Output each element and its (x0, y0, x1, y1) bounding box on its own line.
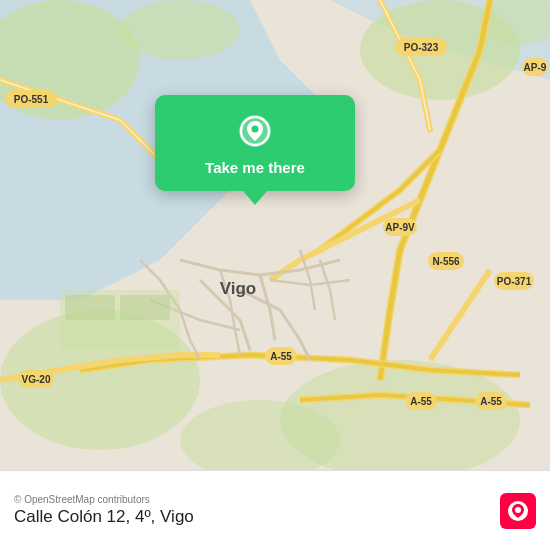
svg-rect-10 (65, 295, 115, 320)
moovit-icon (500, 493, 536, 529)
svg-point-35 (252, 126, 259, 133)
svg-rect-11 (120, 295, 170, 320)
svg-text:PO-371: PO-371 (497, 276, 532, 287)
svg-text:N-556: N-556 (432, 256, 460, 267)
location-pin-icon (237, 113, 273, 149)
map-svg: PO-551 PO-323 AP-9 AP-9V N-556 PO-371 A-… (0, 0, 550, 470)
map-area: PO-551 PO-323 AP-9 AP-9V N-556 PO-371 A-… (0, 0, 550, 470)
navigation-popup[interactable]: Take me there (155, 95, 355, 191)
svg-text:A-55: A-55 (410, 396, 432, 407)
moovit-logo (500, 493, 536, 529)
svg-text:AP-9V: AP-9V (385, 222, 415, 233)
svg-text:VG-20: VG-20 (22, 374, 51, 385)
address-section: © OpenStreetMap contributors Calle Colón… (14, 494, 194, 527)
svg-text:Vigo: Vigo (220, 279, 257, 298)
svg-text:AP-9: AP-9 (524, 62, 547, 73)
svg-text:PO-551: PO-551 (14, 94, 49, 105)
svg-text:A-55: A-55 (270, 351, 292, 362)
address-label: Calle Colón 12, 4º, Vigo (14, 507, 194, 527)
take-me-there-label[interactable]: Take me there (205, 159, 305, 177)
svg-text:PO-323: PO-323 (404, 42, 439, 53)
osm-attribution: © OpenStreetMap contributors (14, 494, 194, 505)
svg-text:A-55: A-55 (480, 396, 502, 407)
bottom-info-bar: © OpenStreetMap contributors Calle Colón… (0, 470, 550, 550)
svg-point-3 (120, 0, 240, 60)
svg-point-38 (515, 507, 521, 513)
